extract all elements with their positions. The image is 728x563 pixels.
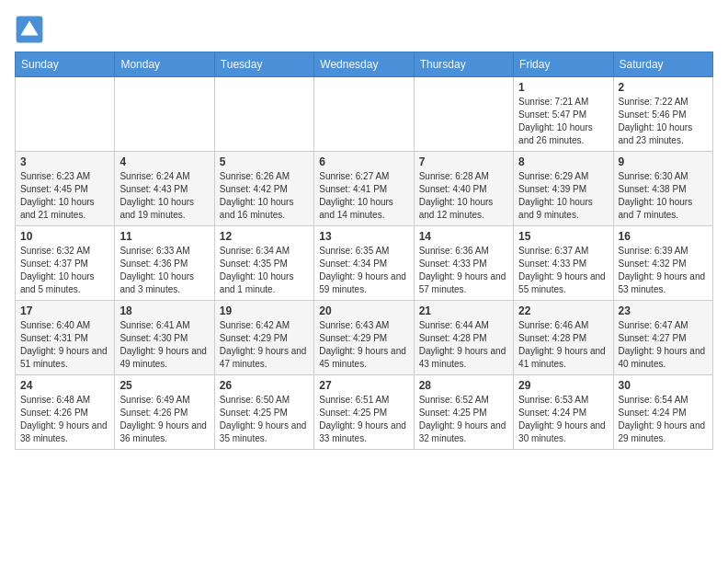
day-info: Sunrise: 7:22 AM Sunset: 5:46 PM Dayligh…	[619, 96, 708, 147]
day-number: 16	[619, 230, 708, 243]
day-info: Sunrise: 6:54 AM Sunset: 4:24 PM Dayligh…	[619, 394, 708, 445]
day-info: Sunrise: 6:34 AM Sunset: 4:35 PM Dayligh…	[220, 245, 309, 296]
day-info: Sunrise: 6:35 AM Sunset: 4:34 PM Dayligh…	[319, 245, 408, 296]
weekday-header: Tuesday	[214, 52, 313, 77]
day-number: 4	[119, 155, 209, 168]
weekday-header: Wednesday	[314, 52, 414, 77]
calendar-cell: 18Sunrise: 6:41 AM Sunset: 4:30 PM Dayli…	[115, 301, 214, 375]
day-info: Sunrise: 7:21 AM Sunset: 5:47 PM Dayligh…	[518, 96, 608, 147]
weekday-header: Thursday	[414, 52, 513, 77]
day-info: Sunrise: 6:47 AM Sunset: 4:27 PM Dayligh…	[619, 319, 708, 371]
calendar-week-row: 3Sunrise: 6:23 AM Sunset: 4:45 PM Daylig…	[16, 152, 713, 226]
calendar-cell: 24Sunrise: 6:48 AM Sunset: 4:26 PM Dayli…	[16, 375, 115, 450]
day-info: Sunrise: 6:41 AM Sunset: 4:30 PM Dayligh…	[119, 319, 209, 371]
day-number: 25	[119, 379, 209, 392]
day-info: Sunrise: 6:30 AM Sunset: 4:38 PM Dayligh…	[619, 170, 708, 222]
calendar-cell: 2Sunrise: 7:22 AM Sunset: 5:46 PM Daylig…	[613, 77, 712, 152]
calendar-cell: 14Sunrise: 6:36 AM Sunset: 4:33 PM Dayli…	[414, 226, 513, 301]
calendar-cell: 20Sunrise: 6:43 AM Sunset: 4:29 PM Dayli…	[314, 301, 414, 375]
weekday-header: Sunday	[16, 52, 115, 77]
calendar-cell: 22Sunrise: 6:46 AM Sunset: 4:28 PM Dayli…	[514, 301, 613, 375]
calendar-cell: 27Sunrise: 6:51 AM Sunset: 4:25 PM Dayli…	[314, 375, 414, 450]
calendar-cell: 11Sunrise: 6:33 AM Sunset: 4:36 PM Dayli…	[115, 226, 214, 301]
day-number: 8	[518, 155, 608, 168]
day-info: Sunrise: 6:50 AM Sunset: 4:25 PM Dayligh…	[220, 394, 309, 445]
day-number: 9	[619, 155, 708, 168]
calendar: SundayMondayTuesdayWednesdayThursdayFrid…	[15, 52, 713, 450]
calendar-cell: 10Sunrise: 6:32 AM Sunset: 4:37 PM Dayli…	[16, 226, 115, 301]
calendar-cell: 4Sunrise: 6:24 AM Sunset: 4:43 PM Daylig…	[115, 152, 214, 226]
calendar-cell: 12Sunrise: 6:34 AM Sunset: 4:35 PM Dayli…	[214, 226, 313, 301]
day-info: Sunrise: 6:46 AM Sunset: 4:28 PM Dayligh…	[518, 319, 608, 371]
day-info: Sunrise: 6:24 AM Sunset: 4:43 PM Dayligh…	[119, 170, 209, 222]
calendar-week-row: 1Sunrise: 7:21 AM Sunset: 5:47 PM Daylig…	[16, 77, 713, 152]
day-info: Sunrise: 6:39 AM Sunset: 4:32 PM Dayligh…	[619, 245, 708, 296]
day-number: 18	[119, 304, 209, 317]
day-number: 21	[419, 304, 508, 317]
calendar-week-row: 17Sunrise: 6:40 AM Sunset: 4:31 PM Dayli…	[16, 301, 713, 375]
calendar-cell	[314, 77, 414, 152]
calendar-cell: 1Sunrise: 7:21 AM Sunset: 5:47 PM Daylig…	[514, 77, 613, 152]
day-number: 22	[518, 304, 608, 317]
calendar-cell: 23Sunrise: 6:47 AM Sunset: 4:27 PM Dayli…	[613, 301, 712, 375]
day-info: Sunrise: 6:28 AM Sunset: 4:40 PM Dayligh…	[419, 170, 508, 222]
day-info: Sunrise: 6:36 AM Sunset: 4:33 PM Dayligh…	[419, 245, 508, 296]
calendar-cell: 19Sunrise: 6:42 AM Sunset: 4:29 PM Dayli…	[214, 301, 313, 375]
day-info: Sunrise: 6:49 AM Sunset: 4:26 PM Dayligh…	[119, 394, 209, 445]
page-header	[15, 15, 713, 44]
day-number: 30	[619, 379, 708, 392]
day-info: Sunrise: 6:23 AM Sunset: 4:45 PM Dayligh…	[20, 170, 109, 222]
day-number: 20	[319, 304, 408, 317]
calendar-cell	[115, 77, 214, 152]
day-info: Sunrise: 6:26 AM Sunset: 4:42 PM Dayligh…	[220, 170, 309, 222]
day-number: 7	[419, 155, 508, 168]
calendar-cell: 8Sunrise: 6:29 AM Sunset: 4:39 PM Daylig…	[514, 152, 613, 226]
day-number: 10	[20, 230, 109, 243]
day-number: 27	[319, 379, 408, 392]
calendar-cell: 30Sunrise: 6:54 AM Sunset: 4:24 PM Dayli…	[613, 375, 712, 450]
day-info: Sunrise: 6:53 AM Sunset: 4:24 PM Dayligh…	[518, 394, 608, 445]
day-info: Sunrise: 6:43 AM Sunset: 4:29 PM Dayligh…	[319, 319, 408, 371]
calendar-cell: 9Sunrise: 6:30 AM Sunset: 4:38 PM Daylig…	[613, 152, 712, 226]
calendar-cell: 28Sunrise: 6:52 AM Sunset: 4:25 PM Dayli…	[414, 375, 513, 450]
day-number: 12	[220, 230, 309, 243]
calendar-cell: 6Sunrise: 6:27 AM Sunset: 4:41 PM Daylig…	[314, 152, 414, 226]
day-info: Sunrise: 6:27 AM Sunset: 4:41 PM Dayligh…	[319, 170, 408, 222]
day-number: 19	[220, 304, 309, 317]
day-number: 24	[20, 379, 109, 392]
weekday-header: Saturday	[613, 52, 712, 77]
day-info: Sunrise: 6:32 AM Sunset: 4:37 PM Dayligh…	[20, 245, 109, 296]
calendar-week-row: 10Sunrise: 6:32 AM Sunset: 4:37 PM Dayli…	[16, 226, 713, 301]
calendar-week-row: 24Sunrise: 6:48 AM Sunset: 4:26 PM Dayli…	[16, 375, 713, 450]
day-number: 13	[319, 230, 408, 243]
day-info: Sunrise: 6:48 AM Sunset: 4:26 PM Dayligh…	[20, 394, 109, 445]
day-info: Sunrise: 6:51 AM Sunset: 4:25 PM Dayligh…	[319, 394, 408, 445]
calendar-cell: 17Sunrise: 6:40 AM Sunset: 4:31 PM Dayli…	[16, 301, 115, 375]
day-info: Sunrise: 6:29 AM Sunset: 4:39 PM Dayligh…	[518, 170, 608, 222]
calendar-header-row: SundayMondayTuesdayWednesdayThursdayFrid…	[16, 52, 713, 77]
day-number: 1	[518, 81, 608, 94]
calendar-cell: 16Sunrise: 6:39 AM Sunset: 4:32 PM Dayli…	[613, 226, 712, 301]
day-number: 6	[319, 155, 408, 168]
day-info: Sunrise: 6:42 AM Sunset: 4:29 PM Dayligh…	[220, 319, 309, 371]
calendar-cell	[214, 77, 313, 152]
day-info: Sunrise: 6:37 AM Sunset: 4:33 PM Dayligh…	[518, 245, 608, 296]
day-number: 2	[619, 81, 708, 94]
calendar-cell	[16, 77, 115, 152]
calendar-cell: 13Sunrise: 6:35 AM Sunset: 4:34 PM Dayli…	[314, 226, 414, 301]
calendar-cell: 21Sunrise: 6:44 AM Sunset: 4:28 PM Dayli…	[414, 301, 513, 375]
day-info: Sunrise: 6:33 AM Sunset: 4:36 PM Dayligh…	[119, 245, 209, 296]
day-number: 11	[119, 230, 209, 243]
day-number: 26	[220, 379, 309, 392]
day-number: 3	[20, 155, 109, 168]
calendar-cell: 3Sunrise: 6:23 AM Sunset: 4:45 PM Daylig…	[16, 152, 115, 226]
day-number: 23	[619, 304, 708, 317]
day-number: 15	[518, 230, 608, 243]
weekday-header: Monday	[115, 52, 214, 77]
day-info: Sunrise: 6:52 AM Sunset: 4:25 PM Dayligh…	[419, 394, 508, 445]
calendar-cell: 5Sunrise: 6:26 AM Sunset: 4:42 PM Daylig…	[214, 152, 313, 226]
calendar-cell: 7Sunrise: 6:28 AM Sunset: 4:40 PM Daylig…	[414, 152, 513, 226]
day-number: 17	[20, 304, 109, 317]
calendar-cell	[414, 77, 513, 152]
day-number: 5	[220, 155, 309, 168]
